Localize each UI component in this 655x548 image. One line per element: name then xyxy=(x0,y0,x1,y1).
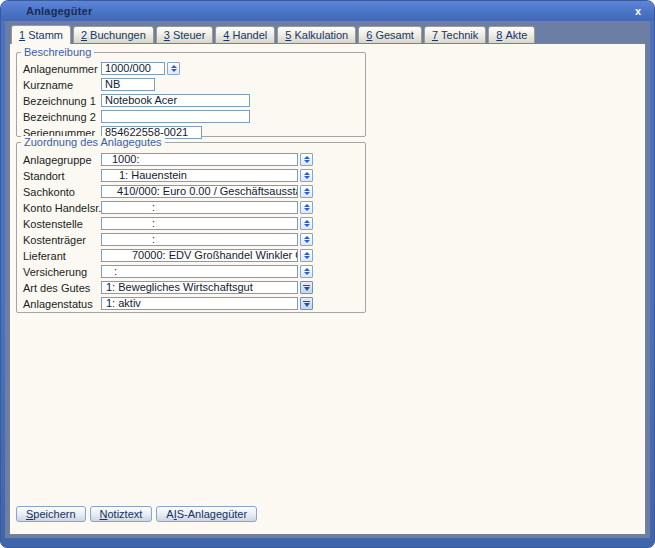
tab-label: Kalkulation xyxy=(294,29,348,41)
form-row: Anlagenummer 1000/000 xyxy=(23,62,365,75)
field-label: Anlagenummer xyxy=(23,63,101,75)
tab-label: Gesamt xyxy=(375,29,414,41)
group-beschreibung: Beschreibung Anlagenummer 1000/000 Kurzn… xyxy=(16,52,366,137)
versicherung-input[interactable]: : xyxy=(101,265,298,278)
field-label: Konto Handelsr. xyxy=(23,202,101,214)
form-row: Bezeichnung 2 xyxy=(23,110,365,123)
ais-anlagegueter-button[interactable]: AIS-Anlagegüter xyxy=(156,506,257,522)
field-label: Kostenstelle xyxy=(23,218,101,230)
tab-gesamt[interactable]: 6Gesamt xyxy=(358,26,422,43)
standort-input[interactable]: 1: Hauenstein xyxy=(101,169,298,182)
form-row: Anlagenstatus 1: aktiv xyxy=(23,297,365,310)
field-label: Standort xyxy=(23,170,101,182)
form-row: Versicherung : xyxy=(23,265,365,278)
form-row: Lieferant 70000: EDV Großhandel Winkler … xyxy=(23,249,365,262)
form-row: Anlagegruppe 1000: xyxy=(23,153,365,166)
anlagenummer-input[interactable]: 1000/000 xyxy=(101,62,165,75)
form-row: Kostenstelle : xyxy=(23,217,365,230)
anlagegueter-window: Anlagegüter x 1Stamm 2Buchungen 3Steuer … xyxy=(0,0,655,548)
versicherung-spinner-icon[interactable] xyxy=(300,265,313,278)
field-label: Anlagenstatus xyxy=(23,298,101,310)
tab-technik[interactable]: 7Technik xyxy=(424,26,486,43)
tab-handel[interactable]: 4Handel xyxy=(215,26,275,43)
field-label: Bezeichnung 1 xyxy=(23,95,101,107)
group-legend: Beschreibung xyxy=(21,46,94,59)
konto-handelsr-spinner-icon[interactable] xyxy=(300,201,313,214)
anlagegruppe-spinner-icon[interactable] xyxy=(300,153,313,166)
tab-label: Buchungen xyxy=(90,29,146,41)
art-des-gutes-dropdown-icon[interactable] xyxy=(300,281,313,294)
tab-kalkulation[interactable]: 5Kalkulation xyxy=(277,26,356,43)
anlagegruppe-input[interactable]: 1000: xyxy=(101,153,298,166)
tab-label: Technik xyxy=(441,29,478,41)
tab-page-stamm: Beschreibung Anlagenummer 1000/000 Kurzn… xyxy=(9,43,646,535)
tab-buchungen[interactable]: 2Buchungen xyxy=(73,26,154,43)
field-label: Versicherung xyxy=(23,266,101,278)
standort-spinner-icon[interactable] xyxy=(300,169,313,182)
tab-label: Stamm xyxy=(28,29,63,41)
window-body: 1Stamm 2Buchungen 3Steuer 4Handel 5Kalku… xyxy=(5,21,650,538)
lieferant-spinner-icon[interactable] xyxy=(300,249,313,262)
sachkonto-input[interactable]: 410/000: Euro 0.00 / Geschäftsausstattun… xyxy=(101,185,298,198)
window-title: Anlagegüter xyxy=(26,5,92,17)
field-label: Art des Gutes xyxy=(23,282,101,294)
kostenstelle-spinner-icon[interactable] xyxy=(300,217,313,230)
bezeichnung1-input[interactable]: Notebook Acer xyxy=(101,94,250,107)
kostentraeger-spinner-icon[interactable] xyxy=(300,233,313,246)
form-row: Bezeichnung 1 Notebook Acer xyxy=(23,94,365,107)
group-zuordnung: Zuordnung des Anlagegutes Anlagegruppe 1… xyxy=(16,142,366,313)
form-row: Standort 1: Hauenstein xyxy=(23,169,365,182)
titlebar[interactable]: Anlagegüter x xyxy=(1,1,654,21)
tab-label: Steuer xyxy=(173,29,205,41)
form-row: Art des Gutes 1: Bewegliches Wirtschafts… xyxy=(23,281,365,294)
form-row: Konto Handelsr. : xyxy=(23,201,365,214)
konto-handelsr-input[interactable]: : xyxy=(101,201,298,214)
notiztext-button[interactable]: Notiztext xyxy=(90,506,153,522)
field-label: Sachkonto xyxy=(23,186,101,198)
speichern-button[interactable]: Speichern xyxy=(16,506,86,522)
tab-label: Akte xyxy=(505,29,527,41)
anlagenstatus-select[interactable]: 1: aktiv xyxy=(101,297,298,310)
tab-steuer[interactable]: 3Steuer xyxy=(156,26,214,43)
field-label: Anlagegruppe xyxy=(23,154,101,166)
sachkonto-spinner-icon[interactable] xyxy=(300,185,313,198)
tab-stamm[interactable]: 1Stamm xyxy=(11,25,71,44)
kurzname-input[interactable]: NB xyxy=(101,78,155,91)
field-label: Bezeichnung 2 xyxy=(23,111,101,123)
anlagenummer-spinner-icon[interactable] xyxy=(167,62,180,75)
field-label: Kurzname xyxy=(23,79,101,91)
field-label: Kostenträger xyxy=(23,234,101,246)
lieferant-input[interactable]: 70000: EDV Großhandel Winkler GmbH xyxy=(101,249,298,262)
close-icon[interactable]: x xyxy=(635,3,641,19)
anlagenstatus-dropdown-icon[interactable] xyxy=(300,297,313,310)
art-des-gutes-select[interactable]: 1: Bewegliches Wirtschaftsgut xyxy=(101,281,298,294)
form-row: Kostenträger : xyxy=(23,233,365,246)
tab-bar: 1Stamm 2Buchungen 3Steuer 4Handel 5Kalku… xyxy=(9,21,646,43)
bezeichnung2-input[interactable] xyxy=(101,110,250,123)
form-row: Kurzname NB xyxy=(23,78,365,91)
tab-label: Handel xyxy=(232,29,267,41)
form-row: Sachkonto 410/000: Euro 0.00 / Geschäfts… xyxy=(23,185,365,198)
tab-akte[interactable]: 8Akte xyxy=(488,26,535,43)
field-label: Lieferant xyxy=(23,250,101,262)
button-row: Speichern Notiztext AIS-Anlagegüter xyxy=(16,506,261,522)
kostentraeger-input[interactable]: : xyxy=(101,233,298,246)
kostenstelle-input[interactable]: : xyxy=(101,217,298,230)
group-legend: Zuordnung des Anlagegutes xyxy=(21,136,165,149)
